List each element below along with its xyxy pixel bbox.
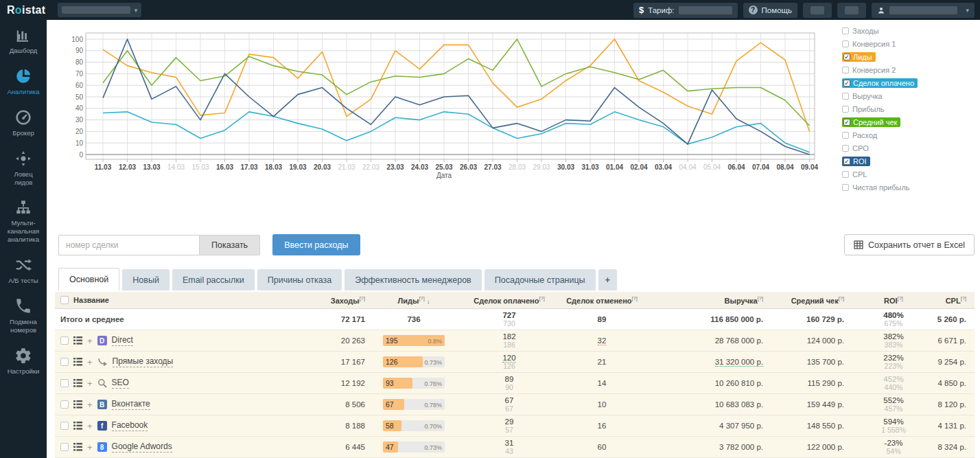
legend-item-CPO[interactable]: CPO — [842, 144, 976, 152]
channel-name-link[interactable]: SEO — [112, 378, 129, 389]
sidebar-item-analytics[interactable]: Аналитика — [0, 61, 47, 102]
row-list-icon[interactable] — [73, 379, 82, 387]
user-menu[interactable]: ▾ — [872, 3, 975, 18]
legend-checkbox[interactable] — [842, 145, 849, 152]
row-list-icon[interactable] — [73, 400, 82, 409]
legend-label: Сделок оплачено — [853, 79, 914, 87]
channel-name-link[interactable]: Вконтакте — [112, 399, 150, 410]
tab-Причины отказа[interactable]: Причины отказа — [257, 269, 342, 290]
column-header-visits[interactable]: Заходы[?] — [316, 295, 365, 305]
tab-Основной[interactable]: Основной — [58, 268, 119, 290]
tariff-button[interactable]: $ Тариф: — [633, 3, 738, 18]
expand-row-button[interactable]: + — [87, 400, 93, 410]
row-checkbox[interactable] — [60, 400, 69, 409]
legend-checkbox[interactable] — [842, 93, 849, 100]
cancelled-value: 32 — [598, 336, 607, 345]
deal-number-input[interactable] — [58, 235, 199, 255]
legend-checkbox[interactable]: ✓ — [843, 80, 850, 87]
column-header-cpl[interactable]: CPL[?] — [928, 295, 975, 305]
row-list-icon[interactable] — [73, 422, 82, 430]
row-list-icon[interactable] — [73, 443, 82, 451]
x-axis-date-label: 06.04 — [727, 163, 745, 171]
sidebar-item-broker[interactable]: Брокер — [0, 102, 47, 144]
legend-item-ROI[interactable]: ✓ROI — [842, 157, 976, 165]
tab-Новый[interactable]: Новый — [122, 269, 170, 290]
channel-name-link[interactable]: Google Adwords — [112, 442, 172, 453]
show-button[interactable]: Показать — [199, 235, 260, 255]
row-list-icon[interactable] — [73, 358, 82, 366]
row-checkbox[interactable] — [60, 336, 69, 345]
leads-value: 58 — [386, 422, 394, 430]
save-excel-button[interactable]: Сохранить отчет в Excel — [844, 234, 975, 255]
help-marker: [?] — [961, 295, 966, 301]
column-header-cancelled[interactable]: Сделок отменено[?] — [550, 295, 653, 305]
project-selector[interactable]: ▾ — [58, 3, 141, 17]
legend-checkbox[interactable] — [842, 184, 849, 191]
legend-checkbox[interactable] — [842, 171, 849, 178]
legend-checkbox[interactable] — [842, 41, 849, 47]
legend-item-Лиды[interactable]: ✓Лиды — [842, 53, 976, 61]
x-axis-date-label: 18.03 — [265, 163, 282, 171]
sidebar-item-ab-tests[interactable]: А/Б тесты — [0, 250, 47, 291]
legend-item-Средний чек[interactable]: ✓Средний чек — [842, 118, 976, 126]
row-list-icon[interactable] — [73, 336, 82, 345]
legend-checkbox[interactable] — [842, 67, 849, 73]
sidebar-item-multichannel[interactable]: Мульти- канальная аналитика — [0, 192, 47, 250]
expand-row-button[interactable]: + — [87, 421, 93, 431]
row-checkbox[interactable] — [60, 379, 69, 387]
row-checkbox[interactable] — [60, 443, 69, 451]
sidebar-item-label: Подмена номеров — [10, 318, 37, 334]
select-all-checkbox[interactable] — [60, 296, 69, 304]
add-tab-button[interactable]: + — [598, 269, 618, 290]
legend-item-Чистая прибыль[interactable]: Чистая прибыль — [842, 183, 976, 192]
enter-expenses-button[interactable]: Ввести расходы — [272, 234, 360, 255]
table-row: +Прямые заходы17 1671260.73%1201262131 3… — [55, 352, 975, 373]
tab-Эффективность менеджеров[interactable]: Эффективность менеджеров — [345, 269, 482, 290]
sidebar-item-settings[interactable]: Настройки — [0, 341, 47, 382]
legend-item-Заходы[interactable]: Заходы — [842, 27, 976, 35]
toolbar-button-2[interactable] — [837, 3, 866, 18]
column-header-roi[interactable]: ROI[?] — [859, 295, 928, 305]
legend-checkbox[interactable]: ✓ — [843, 54, 850, 60]
legend-item-Конверсия 2[interactable]: Конверсия 2 — [842, 66, 976, 74]
tab-Посадочные страницы[interactable]: Посадочные страницы — [485, 269, 596, 290]
legend-item-Конверсия 1[interactable]: Конверсия 1 — [842, 40, 976, 48]
legend-item-Прибыль[interactable]: Прибыль — [842, 105, 976, 113]
channel-name-link[interactable]: Прямые заходы — [113, 356, 174, 367]
channel-name-link[interactable]: Facebook — [112, 420, 148, 431]
revenue-cell: 10 683 083 р. — [653, 400, 777, 409]
legend-checkbox[interactable]: ✓ — [843, 158, 850, 165]
legend-checkbox[interactable] — [842, 132, 849, 139]
channel-name-link[interactable]: Direct — [112, 335, 133, 346]
sidebar-item-number-substitution[interactable]: Подмена номеров — [0, 291, 47, 341]
legend-checkbox[interactable]: ✓ — [843, 119, 850, 126]
avg-check-value: 159 449 р. — [807, 400, 844, 409]
expand-row-button[interactable]: + — [87, 357, 93, 367]
legend-item-Выручка[interactable]: Выручка — [842, 92, 976, 100]
toolbar-button-1[interactable] — [803, 3, 832, 18]
column-header-revenue[interactable]: Выручка[?] — [653, 295, 777, 305]
legend-item-Расход[interactable]: Расход — [842, 131, 976, 139]
help-button[interactable]: ? Помощь — [743, 3, 797, 18]
legend-checkbox[interactable] — [842, 27, 849, 34]
column-header-leads[interactable]: Лиды[?] ↓ — [365, 295, 468, 305]
row-checkbox[interactable] — [60, 358, 69, 366]
expand-row-button[interactable]: + — [87, 336, 93, 346]
sidebar-item-dashboard[interactable]: Дашборд — [0, 20, 47, 61]
sidebar-item-label: А/Б тесты — [8, 277, 38, 285]
legend-item-Сделок оплачено[interactable]: ✓Сделок оплачено — [842, 79, 976, 87]
expand-row-button[interactable]: + — [87, 378, 93, 389]
paid-deals-secondary: 57 — [468, 426, 550, 434]
expand-row-button[interactable]: + — [87, 442, 93, 453]
column-header-paid[interactable]: Сделок оплачено[?] — [468, 295, 550, 305]
column-header-avg_check[interactable]: Средний чек[?] — [777, 295, 859, 305]
tab-Email рассылки[interactable]: Email рассылки — [172, 269, 255, 290]
legend-item-CPL[interactable]: CPL — [842, 170, 976, 179]
row-checkbox[interactable] — [60, 422, 69, 430]
sidebar-item-lead-catcher[interactable]: Ловец лидов — [0, 144, 47, 193]
y-axis-label: 80 — [75, 58, 84, 66]
legend-checkbox[interactable] — [842, 106, 849, 113]
column-header-name[interactable]: Название — [55, 296, 316, 304]
x-axis-date-label: 14.03 — [167, 163, 185, 171]
help-marker: [?] — [839, 295, 844, 301]
